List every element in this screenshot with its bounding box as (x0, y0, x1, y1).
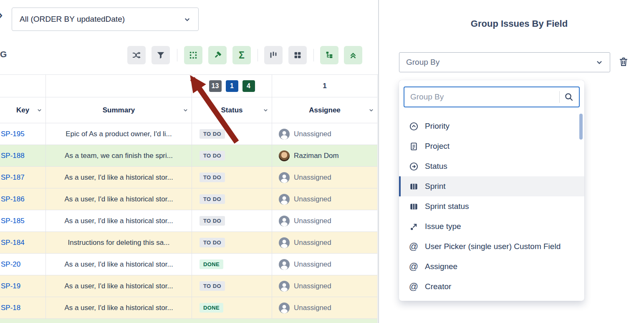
option-label: Sprint (425, 182, 446, 191)
issue-key-text: SP-19 (1, 282, 20, 290)
issue-key[interactable]: SP-18 (0, 297, 46, 319)
at-icon: @ (408, 241, 419, 252)
issue-status: TO DO (192, 275, 272, 297)
count-row: 13 1 4 1 (0, 75, 378, 97)
search-divider (559, 91, 560, 103)
column-filter-button[interactable] (264, 46, 283, 64)
sort-chevron-icon[interactable] (369, 107, 374, 113)
issue-status: TO DO (192, 145, 272, 167)
issue-summary: As a user, I'd like a historical stor... (46, 188, 192, 210)
collapse-all-icon (349, 51, 358, 60)
assignee-count: 1 (323, 82, 326, 90)
issue-key[interactable]: SP-187 (0, 167, 46, 188)
option-creator[interactable]: @ Creator (399, 277, 584, 297)
sum-button[interactable]: Σ (232, 46, 251, 64)
filter-button[interactable] (152, 46, 170, 64)
saved-filter-value: All (ORDER BY updatedDate) (20, 15, 125, 24)
issue-key[interactable]: SP-20 (0, 254, 46, 275)
assignee-name: Raziman Dom (294, 152, 339, 160)
status-counts: 13 1 4 (192, 75, 272, 97)
issue-key-text: SP-195 (1, 130, 25, 138)
unassigned-avatar-icon (279, 281, 290, 292)
option-sprint-status[interactable]: Sprint status (399, 196, 584, 216)
option-user-picker[interactable]: @ User Picker (single user) Custom Field (399, 237, 584, 257)
table-row[interactable]: SP-185 As a user, I'd like a historical … (0, 210, 378, 232)
column-header-status[interactable]: Status (192, 97, 272, 123)
sort-chevron-icon[interactable] (263, 107, 268, 113)
unassigned-avatar-icon (279, 129, 290, 140)
issue-summary-text: As a team, we can finish the spri... (65, 152, 173, 160)
column-header-summary[interactable]: Summary (46, 97, 192, 123)
collapse-all-button[interactable] (344, 46, 362, 64)
delete-group-button[interactable] (617, 56, 630, 69)
table-row[interactable]: SP-188 As a team, we can finish the spri… (0, 145, 378, 167)
status-badge: TO DO (200, 194, 225, 204)
option-priority[interactable]: Priority (399, 116, 584, 136)
issue-key[interactable]: SP-19 (0, 275, 46, 297)
table-row[interactable]: SP-187 As a user, I'd like a historical … (0, 167, 378, 188)
issue-key[interactable]: SP-186 (0, 188, 46, 210)
table-row[interactable]: SP-184 Instructions for deleting this sa… (0, 232, 378, 254)
page-title: Group Issues By Field (399, 18, 639, 29)
unassigned-avatar-icon (279, 259, 290, 270)
shuffle-button[interactable] (127, 46, 146, 64)
group-by-select-value: Group By (406, 58, 439, 67)
formatting-button[interactable] (208, 46, 227, 64)
table-row[interactable]: SP-195 Epic of As a product owner, I'd l… (0, 123, 378, 145)
unassigned-avatar-icon (279, 237, 290, 248)
sort-chevron-icon[interactable] (37, 107, 42, 113)
group-by-search-input[interactable] (404, 87, 559, 107)
status-badge: DONE (200, 303, 223, 313)
unassigned-avatar-icon (279, 194, 290, 205)
search-icon[interactable] (564, 92, 574, 102)
issue-key-text: SP-18 (1, 304, 20, 312)
group-by-button[interactable] (184, 46, 202, 64)
issue-key[interactable]: SP-185 (0, 210, 46, 232)
sort-chevron-icon[interactable] (183, 107, 188, 113)
toolbar-divider (177, 49, 177, 61)
option-sprint[interactable]: Sprint (399, 176, 584, 196)
option-project[interactable]: Project (399, 136, 584, 156)
issue-type-icon (409, 222, 419, 231)
issue-key[interactable]: SP-184 (0, 232, 46, 254)
status-icon (409, 162, 419, 171)
option-status[interactable]: Status (399, 156, 584, 176)
todo-count-badge: 13 (209, 80, 222, 92)
hierarchy-button[interactable] (320, 46, 338, 64)
issue-summary-text: As a user, I'd like a historical stor... (64, 260, 173, 269)
priority-icon (409, 122, 419, 131)
sum-icon: Σ (239, 51, 245, 60)
sprint-icon (409, 182, 419, 191)
issue-summary: Epic of As a product owner, I'd li... (46, 123, 192, 145)
table-row[interactable]: SP-186 As a user, I'd like a historical … (0, 188, 378, 210)
group-by-select[interactable]: Group By (399, 52, 610, 72)
panel-collapse-icon[interactable]: › (0, 6, 3, 24)
grid-view-button[interactable] (288, 46, 307, 64)
issue-key[interactable]: SP-188 (0, 145, 46, 167)
chevron-down-icon (184, 16, 191, 23)
option-issue-type[interactable]: Issue type (399, 216, 584, 237)
status-badge: TO DO (200, 173, 225, 182)
issue-assignee: Unassigned (272, 232, 378, 254)
table-row[interactable]: SP-18 As a user, I'd like a historical s… (0, 297, 378, 319)
assignee-count-cell: 1 (272, 75, 378, 97)
table-row[interactable]: SP-20 As a user, I'd like a historical s… (0, 254, 378, 275)
status-badge: TO DO (200, 238, 225, 247)
issue-summary: As a team, we can finish the spri... (46, 145, 192, 167)
dropdown-search (404, 86, 580, 107)
saved-filter-select[interactable]: All (ORDER BY updatedDate) (12, 8, 199, 31)
option-assignee[interactable]: @ Assignee (399, 257, 584, 277)
table-row[interactable]: SP-19 As a user, I'd like a historical s… (0, 275, 378, 297)
issue-summary-text: Epic of As a product owner, I'd li... (66, 130, 172, 138)
option-label: Assignee (425, 262, 457, 271)
assignee-name: Unassigned (294, 173, 331, 182)
at-icon: @ (408, 261, 419, 272)
issue-key[interactable]: SP-195 (0, 123, 46, 145)
issue-table: 13 1 4 1 Key Summary Status Assignee (0, 74, 378, 323)
issue-assignee: Unassigned (272, 188, 378, 210)
column-header-assignee[interactable]: Assignee (272, 97, 378, 123)
issue-summary-text: As a user, I'd like a historical stor... (64, 173, 173, 182)
issue-assignee: Unassigned (272, 297, 378, 319)
column-header-key[interactable]: Key (0, 97, 46, 123)
issue-key-text: SP-184 (1, 239, 25, 247)
